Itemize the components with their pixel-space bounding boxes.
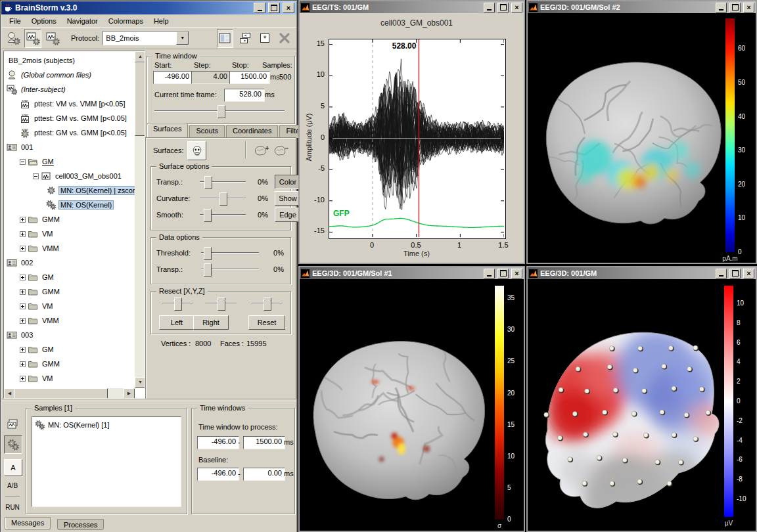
- resect-left-button[interactable]: Left: [159, 315, 195, 330]
- brain-3d-view[interactable]: 35302520151050σ: [300, 279, 524, 531]
- functional-view-button[interactable]: [45, 29, 61, 48]
- close-button[interactable]: ×: [283, 3, 294, 13]
- process-a-button[interactable]: A: [4, 459, 22, 476]
- tree-item[interactable]: cell003_GM_obs001: [33, 169, 124, 183]
- tree-item[interactable]: GM: [20, 343, 56, 356]
- title-bar[interactable]: EEG/3D: 001/GM/Sol #2 ×: [528, 1, 756, 13]
- scroll-right-icon[interactable]: ▶: [124, 388, 135, 399]
- run-button[interactable]: RUN: [4, 501, 21, 513]
- tree-item-label[interactable]: VMM: [40, 244, 61, 253]
- tree-item-label[interactable]: GM: [40, 157, 56, 166]
- tree-item[interactable]: STATpttest: GM vs. GMM [p<0.05]: [20, 126, 129, 139]
- scroll-thumb[interactable]: [135, 62, 145, 136]
- new-figure-button[interactable]: *: [256, 29, 273, 48]
- tree-item-label[interactable]: (Inter-subject): [19, 85, 68, 94]
- process-to-field[interactable]: 1500.00: [243, 436, 285, 449]
- tree-item[interactable]: 001: [7, 141, 35, 154]
- tree-item[interactable]: (Global common files): [7, 68, 93, 81]
- tab-processes[interactable]: Processes: [57, 519, 104, 530]
- tree-item-label[interactable]: (Global common files): [19, 70, 93, 79]
- edge-button[interactable]: Edge: [275, 208, 301, 222]
- stacked-files-icon[interactable]: [4, 417, 21, 433]
- scroll-up-icon[interactable]: ▲: [135, 51, 145, 62]
- expand-icon[interactable]: [20, 275, 26, 280]
- process-ab-button[interactable]: A/B: [4, 479, 21, 492]
- tree-item-label[interactable]: VM: [40, 229, 55, 238]
- remove-surface-button[interactable]: −: [271, 142, 291, 160]
- tree-item[interactable]: VM: [20, 227, 55, 240]
- tree-item-label[interactable]: GMM: [40, 215, 62, 224]
- colorbar[interactable]: [724, 286, 733, 517]
- current-time-field[interactable]: 528.00: [224, 89, 265, 102]
- tree-item-label[interactable]: pttest: VM vs. VMM [p<0.05]: [32, 99, 127, 108]
- expand-icon[interactable]: [20, 289, 26, 295]
- color-button[interactable]: Color: [275, 175, 301, 189]
- tree-item-label[interactable]: BB_2mois (subjects): [7, 56, 77, 65]
- menu-options[interactable]: Options: [26, 16, 62, 26]
- tree-item-label[interactable]: GM: [40, 345, 56, 354]
- close-button[interactable]: ×: [743, 3, 754, 12]
- scroll-left-icon[interactable]: ◀: [4, 388, 15, 399]
- minimize-button[interactable]: [716, 3, 727, 12]
- tree-item-label[interactable]: GMM: [40, 359, 62, 368]
- menu-navigator[interactable]: Navigator: [62, 16, 103, 26]
- tree-item-label[interactable]: MN: OS(Kernel) | zscore: [58, 186, 135, 195]
- resect-right-button[interactable]: Right: [193, 315, 229, 330]
- tree-item[interactable]: GMM: [20, 213, 62, 226]
- expand-icon[interactable]: [20, 361, 26, 367]
- tree-item[interactable]: GM: [20, 155, 56, 168]
- samples-list[interactable]: MN: OS(Kernel) [1]: [32, 416, 181, 507]
- baseline-from-field[interactable]: -496.00: [197, 468, 239, 481]
- tree-item-label[interactable]: pttest: GM vs. GMM [p<0.05]: [32, 128, 129, 137]
- add-surface-button[interactable]: +: [252, 142, 271, 160]
- scroll-thumb[interactable]: [14, 388, 108, 399]
- title-bar[interactable]: EEG/TS: 001/GM ×: [300, 1, 524, 13]
- baseline-to-field[interactable]: 0.00: [243, 468, 285, 481]
- minimize-button[interactable]: [484, 3, 495, 12]
- minimize-button[interactable]: [484, 269, 495, 278]
- tree-item-label[interactable]: cell003_GM_obs001: [53, 171, 124, 181]
- tree-item-label[interactable]: GMM: [40, 287, 62, 296]
- collapse-icon[interactable]: [20, 159, 26, 165]
- tree-horizontal-scrollbar[interactable]: ◀ ▶: [4, 388, 135, 398]
- close-button[interactable]: ×: [743, 269, 754, 278]
- title-bar[interactable]: EEG/3D: 001/GM ×: [528, 267, 756, 279]
- tab-scouts[interactable]: Scouts: [189, 125, 225, 138]
- tree-item[interactable]: GM: [20, 271, 56, 284]
- tree-item-label[interactable]: VMM: [40, 316, 61, 325]
- tree-item-label[interactable]: pttest: GM vs. GMM [p<0.05]: [32, 114, 129, 123]
- collapse-icon[interactable]: [33, 173, 39, 179]
- close-button[interactable]: ×: [511, 269, 522, 278]
- title-bar[interactable]: EEG/3D: 001/GM/Sol #1 ×: [300, 267, 524, 279]
- title-bar[interactable]: BrainStorm v.3.0 ×: [1, 1, 296, 14]
- colorbar[interactable]: [725, 18, 735, 252]
- tree-item-label[interactable]: MN: OS(Kernel): [58, 200, 114, 210]
- tree-item-label[interactable]: 003: [19, 330, 35, 340]
- tree-item[interactable]: BB_2mois (subjects): [7, 54, 77, 67]
- expand-icon[interactable]: [20, 376, 26, 382]
- tree-item[interactable]: STATpttest: GM vs. GMM [p<0.05]: [20, 112, 129, 125]
- processes-gear-button[interactable]: [4, 435, 22, 454]
- maximize-button[interactable]: [497, 269, 509, 278]
- chevron-down-icon[interactable]: ▼: [176, 32, 189, 45]
- scalp-topography-view[interactable]: 1086420-2-4-6-8-10µV: [528, 279, 756, 531]
- menu-help[interactable]: Help: [149, 16, 174, 26]
- close-figures-button[interactable]: [277, 29, 293, 48]
- stop-field[interactable]: 1500.00: [229, 71, 270, 84]
- expand-icon[interactable]: [20, 347, 26, 353]
- tree-item[interactable]: GMM: [20, 285, 62, 298]
- head-surface-button[interactable]: [187, 141, 206, 160]
- tree-item[interactable]: VMM: [20, 314, 61, 327]
- samples-list-item[interactable]: MN: OS(Kernel) [1]: [32, 417, 181, 433]
- tree-item-label[interactable]: 001: [19, 143, 35, 152]
- tree-item[interactable]: MN: OS(Kernel) | zscore: [46, 184, 135, 197]
- option-slider[interactable]: [201, 263, 259, 276]
- minimize-button[interactable]: [716, 269, 727, 278]
- protocol-select[interactable]: BB_2mois ▼: [103, 31, 189, 45]
- close-button[interactable]: ×: [511, 3, 522, 12]
- tree-vertical-scrollbar[interactable]: ▲ ▼: [135, 51, 145, 388]
- resect-x-slider[interactable]: [162, 297, 193, 310]
- process-from-field[interactable]: -496.00: [197, 436, 239, 449]
- expand-icon[interactable]: [20, 217, 26, 223]
- maximize-button[interactable]: [729, 269, 741, 278]
